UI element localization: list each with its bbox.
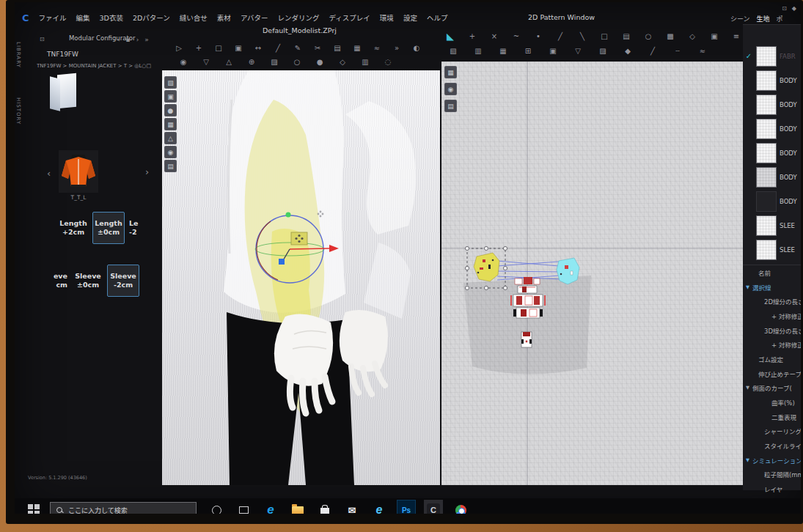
sewing-edit-icon[interactable]: ╱: [272, 42, 284, 53]
ie-icon[interactable]: e: [370, 500, 389, 514]
trace-icon[interactable]: ╲: [576, 30, 588, 42]
task-view-icon[interactable]: [234, 500, 253, 514]
cortana-icon[interactable]: [207, 500, 226, 514]
property-row[interactable]: ▼ 選択線: [743, 280, 801, 295]
property-row[interactable]: 3D線分の長さ: [743, 323, 801, 338]
module-length-0[interactable]: Length ±0cm: [92, 212, 125, 244]
project-name[interactable]: TNF19FW: [47, 51, 78, 58]
gizmo-origin-handle[interactable]: [279, 259, 285, 265]
info-icon[interactable]: ◌: [382, 56, 394, 67]
property-row[interactable]: 名前: [743, 265, 801, 280]
arrangement-icon[interactable]: ▨: [268, 56, 280, 67]
select-box-icon[interactable]: □: [213, 42, 224, 53]
module-sleeve-plus2[interactable]: eve cm: [47, 265, 69, 297]
avatar-point-icon[interactable]: ●: [314, 56, 326, 67]
menu-item[interactable]: 環境: [380, 12, 394, 23]
show-seamline-icon[interactable]: ▣: [164, 90, 177, 103]
property-row[interactable]: + 対称修正: [743, 309, 801, 323]
property-row[interactable]: 二重表現: [743, 410, 801, 424]
fabric-swatch[interactable]: [756, 143, 777, 163]
flatten-icon[interactable]: ▤: [331, 42, 343, 53]
show-fabric-texture-icon[interactable]: ▤: [444, 100, 457, 112]
add-point-icon[interactable]: •: [532, 30, 544, 42]
render-icon[interactable]: ◐: [411, 42, 422, 53]
fabric-swatch[interactable]: [756, 95, 777, 115]
breadcrumb[interactable]: TNF19FW > MOUNTAIN JACKET > T > ◎L○□: [37, 63, 169, 69]
photoshop-icon[interactable]: Ps: [397, 500, 416, 514]
menu-item[interactable]: 2Dパターン: [133, 12, 170, 23]
show-internal-line-icon[interactable]: △: [164, 132, 177, 144]
property-row[interactable]: 2D線分の長さ: [743, 294, 801, 309]
property-row[interactable]: ▼ シミュレーション属: [743, 453, 801, 468]
menu-item[interactable]: 編集: [76, 12, 90, 23]
tab-library[interactable]: LIBRARY: [15, 42, 21, 68]
avatar-show-icon[interactable]: ◉: [177, 56, 189, 67]
garment-thumbnail[interactable]: [59, 150, 98, 193]
tab-history[interactable]: HISTORY: [15, 97, 21, 125]
property-row[interactable]: ▼ 側面のカーブ(: [743, 381, 801, 396]
popout-icon[interactable]: ⊡: [40, 36, 45, 43]
fabric-list-item[interactable]: SLEE: [743, 237, 801, 262]
show-grid-icon[interactable]: ▦: [444, 66, 457, 78]
module-length-minus2[interactable]: Le -2: [128, 212, 151, 244]
fabric-swatch[interactable]: [756, 191, 777, 212]
pattern-annotate-icon[interactable]: ▣: [547, 45, 559, 56]
menu-item[interactable]: アバター: [241, 12, 268, 23]
texture-edit-icon[interactable]: ▦: [351, 42, 363, 53]
menu-item[interactable]: ヘルプ: [427, 12, 448, 23]
nav-last-icon[interactable]: »: [144, 36, 149, 43]
fabric-list-item[interactable]: ✓ FABR: [743, 44, 801, 68]
collapse-arrow-icon[interactable]: ▼: [746, 284, 752, 290]
collapse-arrow-icon[interactable]: ▼: [746, 385, 752, 391]
pin-icon[interactable]: ▣: [232, 42, 244, 53]
fabric-list-item[interactable]: BODY: [743, 92, 801, 117]
property-row[interactable]: 粒子間隔(mm: [743, 468, 801, 482]
garment-fit-icon[interactable]: ◇: [337, 56, 348, 67]
base-line-icon[interactable]: ▣: [708, 30, 720, 42]
segment-sewing-icon[interactable]: ▥: [472, 45, 484, 56]
store-icon[interactable]: [315, 500, 334, 514]
fabric-swatch[interactable]: [756, 70, 777, 91]
fabric-list-item[interactable]: BODY: [743, 141, 801, 165]
edit-point-line-icon[interactable]: ×: [488, 30, 500, 42]
simulate-icon[interactable]: ▷: [173, 42, 185, 53]
property-row[interactable]: 曲率(%): [743, 395, 801, 410]
start-button[interactable]: [25, 501, 43, 514]
clo-icon[interactable]: C: [424, 500, 443, 514]
seam-allowance-icon[interactable]: ⊞: [522, 45, 534, 56]
property-row[interactable]: スタイルライン(: [743, 438, 801, 453]
select-move-icon[interactable]: +: [193, 42, 205, 53]
show-garment-icon[interactable]: ▧: [164, 76, 177, 89]
fabric-swatch[interactable]: [756, 240, 777, 260]
pen-3d-icon[interactable]: ✎: [292, 42, 304, 53]
menu-item[interactable]: 3D衣装: [100, 12, 123, 23]
fabric-swatch[interactable]: [756, 46, 777, 67]
fabric-list-item[interactable]: BODY: [743, 165, 801, 189]
transform-pattern-icon[interactable]: ◣: [444, 30, 456, 42]
chrome-icon[interactable]: [451, 500, 470, 514]
bounding-volume-icon[interactable]: ○: [291, 56, 303, 67]
fabric-swatch[interactable]: [756, 119, 777, 139]
garment-front-icon[interactable]: ▽: [572, 45, 584, 56]
show-pin-icon[interactable]: ●: [164, 104, 177, 117]
edit-curve-icon[interactable]: ╱: [554, 30, 566, 42]
wave-line-icon[interactable]: ≈: [697, 45, 708, 56]
property-row[interactable]: 伸び止めテープ: [743, 366, 801, 381]
avatar-texture-icon[interactable]: ▤: [164, 160, 177, 172]
show-avatar-icon[interactable]: ◉: [164, 146, 177, 158]
viewport-3d[interactable]: [162, 70, 440, 485]
library-folder-icon[interactable]: [53, 74, 78, 109]
internal-dart-icon[interactable]: ◇: [686, 30, 698, 42]
taskbar-search[interactable]: ここに入力して検索: [50, 502, 197, 514]
collapse-arrow-icon[interactable]: ▼: [746, 457, 752, 463]
module-sleeve-0[interactable]: Sleeve ±0cm: [72, 265, 104, 297]
property-row[interactable]: ゴム設定: [743, 352, 801, 366]
pattern-piece-cyan[interactable]: [557, 258, 579, 284]
sew-line-icon[interactable]: ╱: [647, 45, 659, 56]
nav-stop-icon[interactable]: ▪: [126, 36, 131, 43]
rectangle-icon[interactable]: ▤: [620, 30, 632, 42]
next-module-icon[interactable]: ›: [145, 166, 149, 177]
edit-sewing-icon[interactable]: ▧: [447, 45, 459, 56]
menu-item[interactable]: 設定: [403, 12, 417, 23]
edge-icon[interactable]: e: [261, 500, 280, 514]
